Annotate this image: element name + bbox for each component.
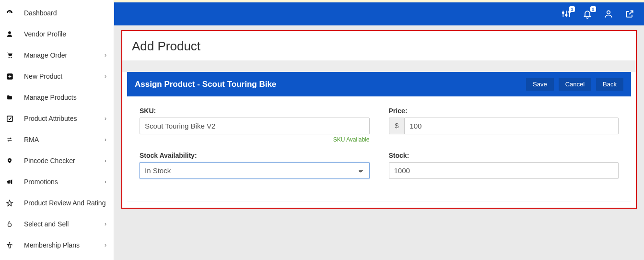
sidebar-item-label: RMA xyxy=(24,136,105,143)
panel-actions: Save Cancel Back xyxy=(526,78,623,91)
sidebar-item-product-review-and-rating[interactable]: Product Review And Rating xyxy=(0,192,114,213)
person-icon xyxy=(5,241,14,249)
sidebar-item-label: Promotions xyxy=(24,178,105,186)
inner-spacer xyxy=(122,60,636,72)
sidebar-item-manage-order[interactable]: Manage Order› xyxy=(0,45,114,66)
sidebar-item-label: Product Attributes xyxy=(24,115,105,122)
hand-pointer-icon xyxy=(5,220,14,228)
page-title: Add Product xyxy=(122,31,636,60)
external-link-icon[interactable] xyxy=(625,9,634,19)
sidebar-item-product-attributes[interactable]: Product Attributes› xyxy=(0,108,114,129)
star-icon xyxy=(5,200,14,207)
svg-point-1 xyxy=(9,57,10,58)
assign-product-panel: Assign Product - Scout Touring Bike Save… xyxy=(127,72,631,201)
cart-icon xyxy=(5,52,14,59)
sidebar[interactable]: DashboardVendor ProfileManage Order›New … xyxy=(0,0,114,260)
sidebar-item-label: Pincode Checker xyxy=(24,157,105,165)
user-icon xyxy=(5,30,14,38)
sidebar-item-label: Membership Plans xyxy=(24,241,105,249)
sidebar-item-label: Manage Order xyxy=(24,51,105,59)
sku-group: SKU: SKU Available xyxy=(140,107,370,143)
bullhorn-icon xyxy=(5,178,14,185)
sidebar-item-label: New Product xyxy=(24,72,105,80)
sidebar-item-vendor-profile[interactable]: Vendor Profile xyxy=(0,24,114,45)
sidebar-item-new-product[interactable]: New Product› xyxy=(0,66,114,87)
sidebar-item-manage-products[interactable]: Manage Products xyxy=(0,87,114,108)
chevron-right-icon: › xyxy=(105,136,106,143)
stock-availability-select[interactable]: In Stock xyxy=(140,162,370,179)
sidebar-item-label: Manage Products xyxy=(24,94,106,101)
svg-point-0 xyxy=(8,31,11,34)
plus-square-icon xyxy=(5,73,14,80)
chevron-right-icon: › xyxy=(105,221,106,227)
cancel-button[interactable]: Cancel xyxy=(559,78,591,91)
page-card: Add Product Assign Product - Scout Touri… xyxy=(121,30,637,209)
folder-icon xyxy=(5,95,14,101)
svg-point-10 xyxy=(565,14,567,16)
user-icon[interactable] xyxy=(604,9,613,19)
sidebar-item-label: Dashboard xyxy=(24,9,106,17)
panel-header: Assign Product - Scout Touring Bike Save… xyxy=(127,72,631,96)
sliders-badge: 1 xyxy=(569,6,575,12)
form-row-2: Stock Availability: In Stock Stock: xyxy=(140,152,619,179)
sidebar-item-label: Vendor Profile xyxy=(24,30,106,38)
check-square-icon xyxy=(5,115,14,122)
svg-point-12 xyxy=(607,11,610,14)
stock-group: Stock: xyxy=(389,152,619,179)
chevron-right-icon: › xyxy=(105,157,106,164)
sidebar-item-select-and-sell[interactable]: Select and Sell› xyxy=(0,213,114,235)
chevron-right-icon: › xyxy=(105,115,106,122)
stock-availability-group: Stock Availability: In Stock xyxy=(140,152,370,179)
panel-body: SKU: SKU Available Price: $ xyxy=(127,96,631,201)
main-area: 1 2 Add Product Assign Product - Scout xyxy=(114,0,644,260)
svg-point-2 xyxy=(11,57,12,58)
chevron-right-icon: › xyxy=(105,178,106,185)
exchange-icon xyxy=(5,137,14,142)
price-label: Price: xyxy=(389,107,619,115)
chevron-right-icon: › xyxy=(105,52,106,59)
sku-label: SKU: xyxy=(140,107,370,115)
sidebar-item-promotions[interactable]: Promotions› xyxy=(0,171,114,192)
stock-availability-label: Stock Availability: xyxy=(140,152,370,159)
sku-hint: SKU Available xyxy=(140,136,370,143)
content: Add Product Assign Product - Scout Touri… xyxy=(121,30,637,209)
form-row-1: SKU: SKU Available Price: $ xyxy=(140,107,619,143)
panel-title: Assign Product - Scout Touring Bike xyxy=(135,80,276,89)
map-pin-icon xyxy=(5,157,14,165)
chevron-right-icon: › xyxy=(105,73,106,80)
sidebar-item-dashboard[interactable]: Dashboard xyxy=(0,2,114,24)
price-group: Price: $ xyxy=(389,107,619,143)
svg-point-5 xyxy=(9,242,11,244)
sidebar-item-rma[interactable]: RMA› xyxy=(0,129,114,150)
save-button[interactable]: Save xyxy=(526,78,554,91)
price-input[interactable] xyxy=(404,118,619,134)
dashboard-icon xyxy=(5,9,14,17)
price-input-group: $ xyxy=(389,118,619,134)
topbar: 1 2 xyxy=(114,2,644,25)
sidebar-item-label: Product Review And Rating xyxy=(24,199,106,207)
sidebar-item-label: Select and Sell xyxy=(24,220,105,228)
bell-icon[interactable]: 2 xyxy=(583,9,592,19)
bell-badge: 2 xyxy=(590,6,596,12)
back-button[interactable]: Back xyxy=(596,78,623,91)
sidebar-item-membership-plans[interactable]: Membership Plans› xyxy=(0,235,114,256)
currency-addon: $ xyxy=(389,118,405,134)
sidebar-item-pincode-checker[interactable]: Pincode Checker› xyxy=(0,150,114,171)
stock-label: Stock: xyxy=(389,152,619,159)
sku-input[interactable] xyxy=(140,118,370,134)
settings-sliders-icon[interactable]: 1 xyxy=(562,9,571,19)
chevron-right-icon: › xyxy=(105,242,106,248)
stock-input[interactable] xyxy=(389,162,619,179)
svg-point-9 xyxy=(562,12,564,13)
